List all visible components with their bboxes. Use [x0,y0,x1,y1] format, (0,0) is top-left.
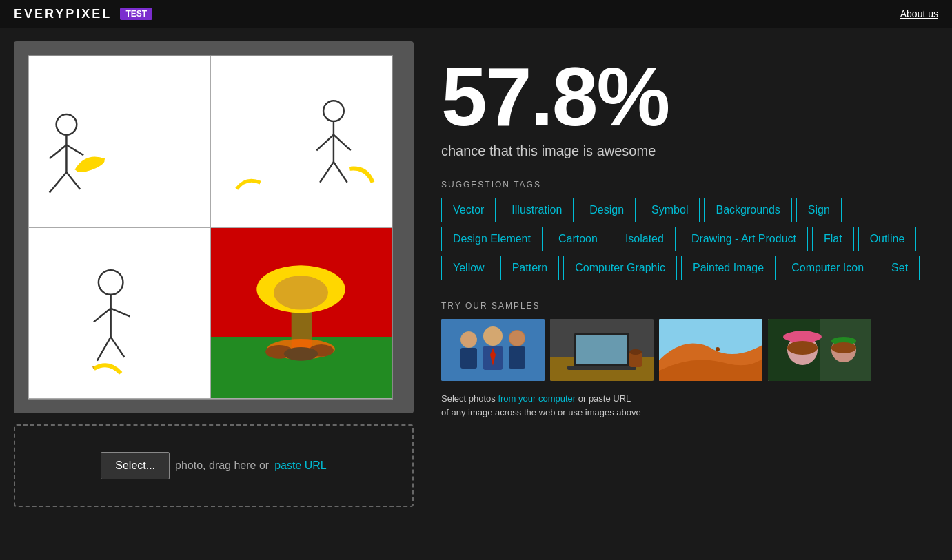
score-label: chance that this image is awesome [441,143,938,159]
about-us-link[interactable]: About us [900,8,938,19]
svg-rect-35 [509,346,525,369]
grid-cell-top-left [28,56,210,227]
grid-cell-top-right [210,56,392,227]
svg-point-13 [99,270,123,295]
sample-image-business[interactable] [441,319,545,381]
svg-line-9 [316,135,334,151]
test-badge: TEST [120,8,152,20]
svg-line-18 [111,337,125,357]
tag-set[interactable]: Set [880,256,920,280]
sample-image-laptop[interactable] [550,319,654,381]
svg-point-1 [57,114,77,135]
samples-desc-highlight1: from your computer [498,393,576,404]
svg-point-37 [484,327,502,345]
svg-rect-44 [567,366,636,370]
paste-url-link[interactable]: paste URL [274,459,327,472]
svg-rect-48 [659,319,762,350]
svg-line-6 [66,172,80,189]
tag-isolated[interactable]: Isolated [614,227,676,251]
tag-design-element[interactable]: Design Element [441,227,543,251]
samples-container [441,319,938,381]
tag-painted-image[interactable]: Painted Image [681,256,776,280]
grid-cell-bottom-right [210,227,392,399]
svg-point-49 [716,347,720,351]
tag-computer-graphic[interactable]: Computer Graphic [563,256,677,280]
svg-line-16 [111,309,130,317]
image-grid [28,55,393,400]
main-content: Select... photo, drag here or paste URL … [0,28,952,521]
svg-point-59 [831,342,856,353]
tag-vector[interactable]: Vector [441,198,496,222]
svg-line-11 [320,162,334,183]
svg-point-56 [787,341,818,355]
svg-point-28 [284,347,318,361]
tag-computer-icon[interactable]: Computer Icon [780,256,875,280]
tag-symbol[interactable]: Symbol [640,198,700,222]
header: EVERYPIXEL TEST About us [0,0,952,28]
right-panel: 57.8% chance that this image is awesome … [441,41,938,507]
select-button[interactable]: Select... [101,452,170,479]
tag-illustration[interactable]: Illustration [500,198,574,222]
svg-point-36 [461,332,476,347]
logo: EVERYPIXEL [14,7,112,21]
samples-description: Select photos from your computer or past… [441,392,938,419]
sample-image-desert[interactable] [659,319,762,381]
suggestion-tags-title: SUGGESTION TAGS [441,180,938,189]
tag-cartoon[interactable]: Cartoon [547,227,609,251]
upload-text: photo, drag here or [175,459,269,472]
svg-point-24 [274,276,328,309]
svg-line-3 [50,145,67,158]
header-left: EVERYPIXEL TEST [14,7,152,21]
tag-outline[interactable]: Outline [858,227,917,251]
svg-point-38 [509,331,525,346]
svg-line-5 [50,172,67,193]
grid-cell-bottom-left [28,227,210,399]
svg-rect-43 [576,335,627,364]
tag-sign[interactable]: Sign [796,198,842,222]
tags-container: VectorIllustrationDesignSymbolBackground… [441,198,924,280]
tag-pattern[interactable]: Pattern [500,256,560,280]
svg-line-10 [334,135,351,151]
tag-yellow[interactable]: Yellow [441,256,496,280]
samples-title: TRY OUR SAMPLES [441,301,938,311]
sample-image-pink[interactable] [768,319,871,381]
tag-drawing---art-product[interactable]: Drawing - Art Product [680,227,808,251]
upload-area[interactable]: Select... photo, drag here or paste URL [14,424,414,507]
svg-line-15 [94,309,111,322]
svg-point-7 [323,101,344,121]
svg-rect-31 [460,348,477,369]
image-preview-container [14,41,414,413]
svg-line-17 [97,337,111,361]
left-panel: Select... photo, drag here or paste URL [14,41,414,507]
tag-flat[interactable]: Flat [812,227,854,251]
tag-backgrounds[interactable]: Backgrounds [704,198,791,222]
svg-line-4 [66,145,83,155]
svg-line-12 [334,162,347,183]
svg-point-46 [629,349,642,355]
score-value: 57.8% [441,55,938,138]
tag-design[interactable]: Design [578,198,636,222]
